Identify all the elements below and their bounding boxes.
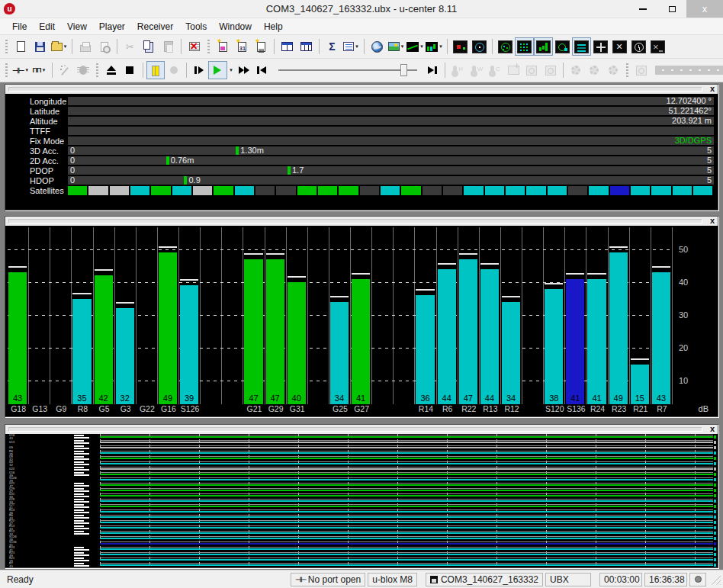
autoconfig-button[interactable] [56, 61, 74, 79]
new-file-button[interactable] [11, 37, 31, 56]
dropdown-arrow-icon[interactable]: ▼ [419, 44, 424, 49]
menu-item-window[interactable]: Window [213, 20, 258, 34]
playback-slider[interactable] [278, 63, 417, 78]
map-view-button[interactable]: ▼ [387, 37, 406, 56]
toolbar-grip[interactable] [96, 63, 98, 77]
data-panel-header[interactable]: x [5, 85, 718, 94]
play-dropdown-button[interactable]: ▼ [227, 61, 236, 79]
cold-start-button[interactable] [486, 61, 504, 79]
close-button[interactable]: x [686, 0, 723, 18]
chart-view-button[interactable]: ▼ [406, 37, 425, 56]
new-date-view-button[interactable] [233, 37, 252, 56]
histogram-view-button[interactable]: ▼ [425, 37, 444, 56]
dropdown-arrow-icon[interactable]: ▼ [24, 68, 29, 72]
warm-start-button[interactable] [468, 61, 486, 79]
history-signal-line [100, 532, 713, 534]
save-file-button[interactable] [31, 37, 50, 56]
docking-config-button[interactable] [632, 61, 651, 79]
google-earth-button[interactable] [368, 37, 387, 56]
toolbar-grip[interactable] [626, 63, 628, 77]
split-vertical-button[interactable] [297, 37, 316, 56]
skip-to-end-button[interactable] [423, 61, 442, 79]
history-gray-line [100, 461, 713, 462]
add-window-button[interactable] [504, 61, 522, 79]
dropdown-arrow-icon[interactable]: ▼ [41, 68, 46, 72]
print-button[interactable] [76, 37, 95, 56]
connect-button[interactable]: ⊣⊢▼ [11, 61, 30, 79]
dropdown-arrow-icon[interactable]: ▼ [355, 44, 359, 49]
sky-view-button[interactable] [496, 37, 515, 56]
menu-item-receiver[interactable]: Receiver [131, 20, 179, 34]
compass-view-button[interactable] [470, 37, 489, 56]
status-file-cell[interactable]: COM3_140627_163332 [426, 573, 543, 586]
resize-grip[interactable] [710, 574, 721, 585]
baudrate-button[interactable]: ΠΠ▼ [30, 61, 48, 79]
fast-forward-button[interactable] [235, 61, 253, 79]
satellite-block [235, 186, 254, 195]
pause-button[interactable] [146, 61, 165, 79]
record-button[interactable] [165, 61, 183, 79]
menu-item-view[interactable]: View [61, 20, 93, 34]
skip-to-start-button[interactable] [254, 61, 272, 79]
settings-3-button[interactable] [603, 61, 622, 79]
maximize-button[interactable] [657, 0, 686, 18]
dropdown-arrow-icon[interactable]: ▼ [400, 44, 405, 49]
debug-button[interactable] [74, 61, 92, 79]
copy-button[interactable] [140, 37, 159, 56]
menu-item-help[interactable]: Help [258, 20, 289, 34]
menu-item-tools[interactable]: Tools [179, 20, 213, 34]
settings-2-button[interactable] [585, 61, 603, 79]
connect-icon: ⊣⊢ [12, 66, 24, 75]
new-chart-view-button[interactable] [214, 37, 233, 56]
settings-1-button[interactable] [567, 61, 585, 79]
close-view-button[interactable] [610, 37, 629, 56]
hot-start-button[interactable] [448, 61, 467, 79]
menu-item-edit[interactable]: Edit [33, 20, 61, 34]
print-preview-button[interactable] [95, 37, 114, 56]
dropdown-arrow-icon[interactable]: ▼ [439, 44, 443, 49]
text-console-view-button[interactable] [572, 37, 591, 56]
clear-table-button[interactable] [185, 37, 204, 56]
camera-view-button[interactable] [451, 37, 470, 56]
satellite-track-view-button[interactable] [553, 37, 572, 56]
dropdown-arrow-icon[interactable]: ▼ [63, 44, 68, 49]
toolbar-grip[interactable] [5, 63, 8, 77]
panel-close-icon[interactable]: x [710, 424, 715, 433]
status-protocol-cell[interactable]: UBX [545, 573, 591, 586]
panel-grabber[interactable] [8, 427, 702, 432]
menu-item-player[interactable]: Player [93, 20, 131, 34]
statistics-view-button[interactable]: Σ [323, 37, 342, 56]
panel-grabber[interactable] [8, 87, 702, 92]
status-port-cell[interactable]: ⊣⊢ No port open [291, 573, 365, 586]
panel-close-icon[interactable]: x [710, 84, 715, 93]
status-receiver-cell[interactable]: u-blox M8 [368, 573, 417, 586]
sky-chart-view-button[interactable] [591, 37, 610, 56]
stop-button[interactable] [120, 61, 139, 79]
split-horizontal-button[interactable] [278, 37, 297, 56]
clear-view-button[interactable] [648, 37, 667, 56]
chart-panel-header[interactable]: x [5, 217, 718, 226]
signal-value-box: 42 [95, 392, 113, 404]
gnss-config-1-button[interactable] [522, 61, 541, 79]
cut-button[interactable]: ✂ [120, 37, 140, 56]
gnss-config-2-button[interactable] [541, 61, 560, 79]
paste-button[interactable] [159, 37, 178, 56]
menu-item-file[interactable]: File [6, 20, 33, 34]
new-text-view-button[interactable] [252, 37, 271, 56]
play-button[interactable] [208, 61, 227, 79]
history-panel-header[interactable]: x [5, 425, 718, 434]
signal-level-view-button[interactable] [534, 37, 553, 56]
minibar-blue [74, 467, 84, 468]
slider-handle[interactable] [400, 64, 407, 76]
eject-button[interactable] [102, 61, 120, 79]
clock-view-button[interactable] [629, 37, 648, 56]
data-view-button[interactable] [515, 37, 534, 56]
open-file-button[interactable]: ▼ [50, 37, 69, 56]
step-forward-button[interactable] [190, 61, 208, 79]
toolbar-grip[interactable] [5, 40, 8, 53]
panel-grabber[interactable] [8, 219, 702, 223]
minimize-button[interactable] [628, 0, 657, 18]
panel-close-icon[interactable]: x [710, 216, 715, 225]
toolbar-grip[interactable] [207, 40, 210, 53]
messages-view-button[interactable]: ▼ [342, 37, 361, 56]
